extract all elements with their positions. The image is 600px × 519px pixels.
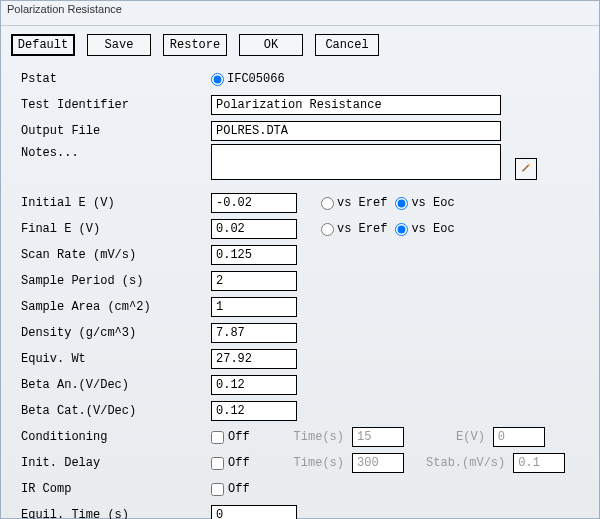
final-e-vs-eref-input[interactable] [321, 223, 334, 236]
restore-button[interactable]: Restore [163, 34, 227, 56]
output-file-field[interactable] [211, 121, 501, 141]
notes-field[interactable] [211, 144, 501, 180]
save-button[interactable]: Save [87, 34, 151, 56]
final-e-vs-eoc-radio[interactable]: vs Eoc [395, 222, 454, 236]
cancel-button[interactable]: Cancel [315, 34, 379, 56]
toolbar: Default Save Restore OK Cancel [1, 26, 599, 62]
test-identifier-label: Test Identifier [21, 98, 211, 112]
final-e-label: Final E (V) [21, 222, 211, 236]
sample-period-field[interactable] [211, 271, 297, 291]
default-button[interactable]: Default [11, 34, 75, 56]
final-e-field[interactable] [211, 219, 297, 239]
conditioning-check-input[interactable] [211, 431, 224, 444]
conditioning-ev-label: E(V) [456, 430, 485, 444]
ir-comp-label: IR Comp [21, 482, 211, 496]
conditioning-time-field [352, 427, 404, 447]
beta-an-field[interactable] [211, 375, 297, 395]
window-title: Polarization Resistance [7, 3, 122, 15]
density-label: Density (g/cm^3) [21, 326, 211, 340]
equiv-wt-field[interactable] [211, 349, 297, 369]
sample-area-field[interactable] [211, 297, 297, 317]
notes-edit-button[interactable] [515, 158, 537, 180]
ir-comp-checkbox[interactable]: Off [211, 482, 250, 496]
ir-comp-check-input[interactable] [211, 483, 224, 496]
sample-area-label: Sample Area (cm^2) [21, 300, 211, 314]
notes-label: Notes... [21, 144, 211, 160]
initial-e-field[interactable] [211, 193, 297, 213]
pstat-option-text: IFC05066 [227, 72, 285, 86]
ok-button[interactable]: OK [239, 34, 303, 56]
sample-period-label: Sample Period (s) [21, 274, 211, 288]
equil-time-label: Equil. Time (s) [21, 508, 211, 519]
initial-e-vs-eoc-input[interactable] [395, 197, 408, 210]
initial-e-vs-eref-radio[interactable]: vs Eref [321, 196, 387, 210]
init-delay-stab-field [513, 453, 565, 473]
wand-icon [520, 161, 532, 177]
equiv-wt-label: Equiv. Wt [21, 352, 211, 366]
beta-cat-label: Beta Cat.(V/Dec) [21, 404, 211, 418]
conditioning-checkbox[interactable]: Off [211, 430, 250, 444]
final-e-vs-eoc-input[interactable] [395, 223, 408, 236]
test-identifier-field[interactable] [211, 95, 501, 115]
conditioning-ev-field [493, 427, 545, 447]
conditioning-label: Conditioning [21, 430, 211, 444]
density-field[interactable] [211, 323, 297, 343]
pstat-radio[interactable]: IFC05066 [211, 72, 285, 86]
pstat-label: Pstat [21, 72, 211, 86]
pstat-radio-input[interactable] [211, 73, 224, 86]
svg-point-1 [530, 165, 531, 166]
init-delay-time-field [352, 453, 404, 473]
form-body: Pstat IFC05066 Test Identifier Output Fi… [1, 62, 599, 519]
init-delay-check-input[interactable] [211, 457, 224, 470]
final-e-vs-eref-radio[interactable]: vs Eref [321, 222, 387, 236]
svg-point-2 [527, 162, 528, 163]
scan-rate-field[interactable] [211, 245, 297, 265]
scan-rate-label: Scan Rate (mV/s) [21, 248, 211, 262]
init-delay-checkbox[interactable]: Off [211, 456, 250, 470]
init-delay-time-label: Time(s) [294, 456, 344, 470]
equil-time-field[interactable] [211, 505, 297, 519]
initial-e-vs-eref-input[interactable] [321, 197, 334, 210]
conditioning-time-label: Time(s) [294, 430, 344, 444]
init-delay-stab-label: Stab.(mV/s) [426, 456, 505, 470]
initial-e-label: Initial E (V) [21, 196, 211, 210]
beta-cat-field[interactable] [211, 401, 297, 421]
window-titlebar: Polarization Resistance [1, 1, 599, 26]
polarization-resistance-dialog: Polarization Resistance Default Save Res… [0, 0, 600, 519]
init-delay-label: Init. Delay [21, 456, 211, 470]
output-file-label: Output File [21, 124, 211, 138]
svg-point-0 [528, 163, 530, 165]
beta-an-label: Beta An.(V/Dec) [21, 378, 211, 392]
initial-e-vs-eoc-radio[interactable]: vs Eoc [395, 196, 454, 210]
